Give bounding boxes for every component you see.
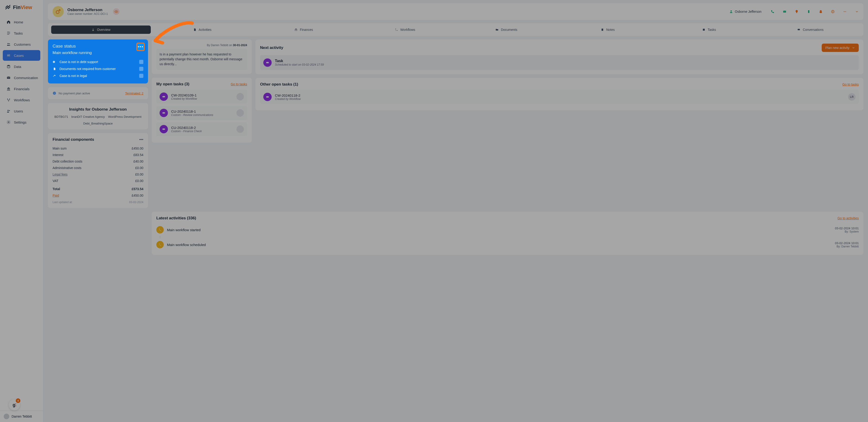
activity-item[interactable]: TaskScheduled to start on 03-02-2024 17:… xyxy=(260,55,859,70)
activity-type-icon xyxy=(156,241,164,248)
tab-documents[interactable]: Documents xyxy=(457,26,556,34)
tab-overview[interactable]: Overview xyxy=(51,26,151,34)
more-icon[interactable] xyxy=(843,10,847,13)
status-checkbox[interactable] xyxy=(139,67,143,71)
nav-tasks[interactable]: Tasks xyxy=(3,28,40,38)
task-type-icon xyxy=(160,92,168,101)
header-info: Osborne Jefferson Case owner number: ACC… xyxy=(67,8,108,16)
file-icon xyxy=(193,28,196,31)
g-icon: g xyxy=(11,402,18,408)
case-status-subtitle: Main workflow running xyxy=(53,51,143,55)
nav-home[interactable]: Home xyxy=(3,17,40,27)
header-user[interactable]: Osborne Jefferson xyxy=(729,10,762,13)
svg-text:g: g xyxy=(12,402,15,407)
task-item[interactable]: CW-20240118-2Created by Workflow LR xyxy=(260,90,859,104)
nav-financials[interactable]: Financials xyxy=(3,83,40,94)
svg-point-11 xyxy=(8,122,9,123)
sidebar: FinView Home Tasks Customers Cases Data … xyxy=(0,0,43,422)
location-icon[interactable] xyxy=(795,10,799,13)
go-to-tasks-link[interactable]: Go to tasks xyxy=(842,83,859,86)
nav-cases[interactable]: Cases xyxy=(3,50,40,61)
nav-label: Workflows xyxy=(14,98,30,102)
android-icon[interactable] xyxy=(819,10,823,13)
task-id: CW-20240109-1 xyxy=(171,93,233,97)
nav-users[interactable]: Users xyxy=(3,106,40,116)
svg-point-37 xyxy=(160,230,161,231)
activity-row[interactable]: Main workflow started 03-02-2024 10:01By… xyxy=(156,224,859,236)
asterisk-icon: ✱ xyxy=(53,60,56,64)
note-by: By Darren Tebbitt on xyxy=(207,44,233,47)
mail-icon[interactable] xyxy=(783,10,786,13)
task-subtitle: Custom - Review communications xyxy=(171,113,233,117)
last-note-card: By Darren Tebbitt on 30-01-2024 Is in a … xyxy=(152,39,252,74)
nav-data[interactable]: Data xyxy=(3,61,40,72)
case-status-menu-button[interactable]: ••• xyxy=(136,43,145,51)
task-item[interactable]: CU-20240118-2Custom - Finance Check xyxy=(156,122,247,136)
fin-row: Legal fees£0.00 xyxy=(53,171,143,178)
fin-label: Debt collection costs xyxy=(53,160,82,163)
plan-activity-button[interactable]: Plan new activity xyxy=(822,44,859,52)
activity-date: 03-02-2024 10:01 xyxy=(835,242,859,245)
go-to-tasks-link[interactable]: Go to tasks xyxy=(231,82,247,86)
svg-point-4 xyxy=(7,65,10,66)
activity-title: Main workflow scheduled xyxy=(167,243,832,247)
svg-rect-29 xyxy=(798,29,800,30)
go-to-activities-link[interactable]: Go to activities xyxy=(837,216,859,220)
bank-icon xyxy=(6,87,11,91)
terminated-link[interactable]: Terminated: 2 xyxy=(125,92,143,95)
sidebar-footer[interactable]: Darren Tebbitt xyxy=(0,411,43,422)
main: Osborne Jefferson Case owner number: ACC… xyxy=(43,0,868,422)
ticket-icon xyxy=(162,127,165,131)
chevron-down-icon[interactable] xyxy=(855,10,859,13)
status-checkbox[interactable] xyxy=(139,74,143,78)
case-subtitle: Case owner number: ACC-DCI-1 xyxy=(67,12,108,16)
globe-icon[interactable] xyxy=(831,10,835,13)
tab-label: Workflows xyxy=(400,28,415,31)
task-item[interactable]: CW-20240109-1Created by Workflow xyxy=(156,90,247,104)
nav-customers[interactable]: Customers xyxy=(3,39,40,50)
svg-point-13 xyxy=(16,403,16,404)
activity-by: By: System xyxy=(835,230,859,233)
tab-notes[interactable]: Notes xyxy=(558,26,657,34)
fin-label[interactable]: Legal fees xyxy=(53,172,68,176)
tab-finances[interactable]: Finances xyxy=(254,26,353,34)
nav-label: Financials xyxy=(14,87,30,91)
svg-point-23 xyxy=(845,11,846,12)
mobile-icon[interactable] xyxy=(807,10,811,13)
gavel-icon xyxy=(53,74,56,78)
tab-conversations[interactable]: Conversations xyxy=(761,26,860,34)
fin-paid-link[interactable]: Paid xyxy=(53,194,59,197)
tab-activities[interactable]: Activities xyxy=(153,26,252,34)
person-icon xyxy=(729,10,733,13)
svg-point-36 xyxy=(159,229,160,229)
svg-point-39 xyxy=(160,245,161,246)
tab-tasks[interactable]: Tasks xyxy=(659,26,759,34)
phone-icon[interactable] xyxy=(771,10,774,13)
status-checkbox[interactable] xyxy=(139,60,143,64)
activity-row[interactable]: Main workflow scheduled 03-02-2024 10:01… xyxy=(156,238,859,251)
other-tasks-card: Other open tasks (1)Go to tasks CW-20240… xyxy=(255,78,863,110)
watch-toggle[interactable] xyxy=(113,8,120,15)
nav-settings[interactable]: Settings xyxy=(3,117,40,128)
activity-date: 03-02-2024 10:01 xyxy=(835,227,859,230)
notification-bubble[interactable]: g 4 xyxy=(9,399,20,411)
svg-point-38 xyxy=(159,244,160,244)
tab-workflows[interactable]: Workflows xyxy=(355,26,455,34)
fin-row: Administrative costs£0.00 xyxy=(53,165,143,171)
svg-rect-35 xyxy=(266,96,269,97)
branch-icon xyxy=(158,243,162,246)
my-tasks-card: My open tasks (3)Go to tasks CW-20240109… xyxy=(152,78,252,143)
svg-rect-34 xyxy=(266,62,269,63)
fin-value: £0.00 xyxy=(135,179,143,183)
nav-communication[interactable]: Communication xyxy=(3,72,40,83)
task-id: CU-20240118-1 xyxy=(171,109,233,113)
fin-label: VAT xyxy=(53,179,58,183)
task-item[interactable]: CU-20240118-1Custom - Review communicati… xyxy=(156,106,247,120)
nav-workflows[interactable]: Workflows xyxy=(3,94,40,105)
nav-label: Tasks xyxy=(14,31,23,35)
task-subtitle: Created by Workflow xyxy=(275,97,845,101)
svg-rect-5 xyxy=(7,77,10,79)
fin-menu-button[interactable]: ••• xyxy=(139,137,143,142)
case-status-title: Case status xyxy=(53,44,143,49)
svg-rect-33 xyxy=(162,129,165,130)
